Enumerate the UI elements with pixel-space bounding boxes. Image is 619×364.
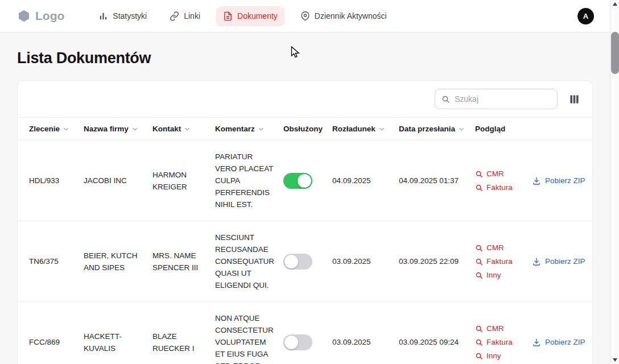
magnifier-icon (475, 244, 483, 252)
page-title: Lista Dokumentów (17, 49, 593, 67)
cell-data-przeslania: 03.09.2025 22:09 (399, 221, 475, 302)
col-header-komentarz[interactable]: Komentarz (215, 118, 283, 140)
toggle-knob (298, 174, 311, 188)
app-logo[interactable]: Logo (17, 9, 64, 23)
toggle-knob (284, 336, 298, 349)
search-icon (441, 95, 450, 104)
preview-link-inny[interactable]: Inny (475, 269, 525, 281)
nav-item-dziennik-aktywnosci[interactable]: Dziennik Aktywności (294, 6, 394, 26)
magnifier-icon (475, 271, 483, 279)
cell-nazwa-firmy: BEIER, KUTCH AND SIPES (84, 221, 152, 302)
documents-table: Zlecenie Nazwa firmy Kontakt Komentarz O… (18, 117, 592, 364)
col-header-rozladunek[interactable]: Rozładunek (332, 118, 399, 140)
col-header-zlecenie[interactable]: Zlecenie (18, 118, 84, 140)
col-header-nazwa-firmy[interactable]: Nazwa firmy (84, 118, 152, 140)
cell-komentarz: NESCIUNT RECUSANDAE CONSEQUATUR QUASI UT… (215, 221, 283, 302)
link-icon (170, 11, 179, 21)
cell-obsluzony (283, 221, 332, 302)
search-input[interactable] (455, 94, 551, 104)
magnifier-icon (475, 338, 483, 346)
cell-rozladunek: 03.09.2025 (332, 302, 399, 364)
cell-podglad: CMRFaktura (475, 140, 532, 221)
cell-obsluzony (283, 140, 332, 221)
preview-link-faktura[interactable]: Faktura (475, 255, 525, 267)
sort-chevron-icon (131, 125, 139, 133)
nav-item-label: Dokumenty (237, 11, 278, 20)
download-icon (532, 176, 541, 185)
bar-chart-icon (98, 11, 108, 21)
map-pin-icon (300, 11, 310, 21)
obsluzony-toggle[interactable] (283, 173, 312, 189)
scrollbar-thumb[interactable] (611, 32, 619, 74)
col-header-download (532, 118, 592, 140)
main-content: Lista Dokumentów Zle (0, 49, 610, 364)
preview-link-cmr[interactable]: CMR (475, 322, 525, 334)
cell-podglad: CMRFakturaInny (475, 221, 532, 302)
cell-podglad: CMRFakturaInny (475, 302, 532, 364)
cell-download: Pobierz ZIP (532, 140, 592, 221)
card-toolbar (18, 81, 592, 117)
download-zip-link[interactable]: Pobierz ZIP (532, 336, 585, 348)
cell-kontakt: HARMON KREIGER (152, 140, 215, 221)
user-avatar[interactable]: A (577, 8, 594, 24)
obsluzony-toggle[interactable] (283, 334, 312, 350)
nav-item-statystyki[interactable]: Statystyki (92, 6, 154, 26)
magnifier-icon (475, 170, 483, 178)
table-body: HDL/933JACOBI INCHARMON KREIGERPARIATUR … (18, 140, 592, 364)
columns-view-button[interactable] (567, 92, 582, 107)
table-row: TN6/375BEIER, KUTCH AND SIPESMRS. NAME S… (18, 221, 592, 302)
cell-rozladunek: 03.09.2025 (332, 221, 399, 302)
cell-kontakt: BLAZE RUECKER I (152, 302, 215, 364)
columns-icon (569, 94, 580, 105)
nav-item-dokumenty[interactable]: Dokumenty (216, 6, 284, 26)
top-navigation: Logo Statystyki Linki Dokumenty Dziennik… (0, 0, 610, 32)
nav-item-linki[interactable]: Linki (163, 6, 207, 26)
document-icon (223, 11, 233, 21)
toggle-knob (284, 255, 298, 268)
nav-item-label: Dziennik Aktywności (315, 11, 387, 20)
download-icon (532, 338, 541, 347)
preview-link-faktura[interactable]: Faktura (475, 336, 525, 348)
cell-download: Pobierz ZIP (532, 221, 592, 302)
scrollbar[interactable] (610, 0, 619, 364)
preview-link-inny[interactable]: Inny (475, 350, 525, 362)
col-header-data-przeslania[interactable]: Data przesłania (399, 118, 475, 140)
preview-link-cmr[interactable]: CMR (475, 242, 525, 254)
download-zip-link[interactable]: Pobierz ZIP (532, 255, 585, 267)
nav-menu: Statystyki Linki Dokumenty Dziennik Akty… (92, 6, 577, 26)
sort-chevron-icon (257, 125, 265, 133)
cell-kontakt: MRS. NAME SPENCER III (152, 221, 215, 302)
table-header-row: Zlecenie Nazwa firmy Kontakt Komentarz O… (18, 118, 592, 140)
logo-cube-icon (17, 9, 31, 23)
download-zip-link[interactable]: Pobierz ZIP (532, 175, 585, 187)
cell-komentarz: PARIATUR VERO PLACEAT CULPA PERFERENDIS … (215, 140, 283, 221)
cell-download: Pobierz ZIP (532, 302, 592, 364)
sort-chevron-icon (457, 125, 465, 133)
col-header-podglad: Podgląd (475, 118, 532, 140)
obsluzony-toggle[interactable] (283, 254, 312, 270)
logo-text: Logo (35, 9, 64, 23)
preview-link-faktura[interactable]: Faktura (475, 181, 525, 193)
cell-zlecenie: TN6/375 (18, 221, 84, 302)
cell-data-przeslania: 03.09.2025 09:24 (399, 302, 475, 364)
cell-nazwa-firmy: JACOBI INC (84, 140, 152, 221)
scrollbar-up-arrow[interactable] (610, 0, 619, 8)
col-header-kontakt[interactable]: Kontakt (152, 118, 215, 140)
sort-chevron-icon (378, 125, 386, 133)
cell-zlecenie: FCC/869 (18, 302, 84, 364)
magnifier-icon (475, 184, 483, 192)
sort-chevron-icon (62, 125, 70, 133)
app-window: Logo Statystyki Linki Dokumenty Dziennik… (0, 0, 610, 364)
magnifier-icon (475, 352, 483, 360)
table-row: HDL/933JACOBI INCHARMON KREIGERPARIATUR … (18, 140, 592, 221)
cell-komentarz: NON ATQUE CONSECTETUR VOLUPTATEM ET EIUS… (215, 302, 283, 364)
cell-obsluzony (283, 302, 332, 364)
preview-link-cmr[interactable]: CMR (475, 168, 525, 180)
nav-item-label: Linki (184, 11, 200, 20)
documents-card: Zlecenie Nazwa firmy Kontakt Komentarz O… (17, 80, 593, 364)
avatar-initial: A (583, 12, 588, 20)
sort-chevron-icon (183, 125, 191, 133)
cell-data-przeslania: 04.09.2025 01:37 (399, 140, 475, 221)
scrollbar-down-arrow[interactable] (610, 356, 619, 364)
download-icon (532, 257, 541, 266)
